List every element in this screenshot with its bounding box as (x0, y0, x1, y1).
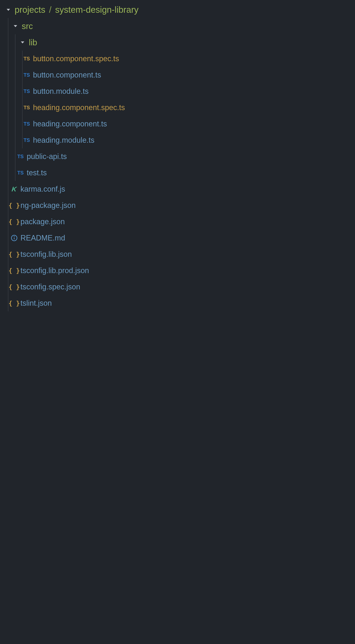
file-row[interactable]: TS public-api.ts (0, 148, 355, 165)
json-file-icon: { } (9, 295, 19, 311)
json-file-icon: { } (9, 214, 19, 230)
folder-label: system-design-library (55, 5, 138, 15)
svg-point-1 (14, 236, 14, 237)
typescript-file-icon: TS (22, 132, 31, 148)
file-row[interactable]: TS heading.module.ts (0, 132, 355, 148)
typescript-file-icon: TS (22, 67, 31, 83)
file-label: package.json (19, 217, 65, 226)
typescript-file-icon: TS (16, 165, 25, 181)
folder-label: src (20, 22, 33, 31)
breadcrumb-prefix: projects (15, 5, 45, 15)
file-row[interactable]: TS button.module.ts (0, 83, 355, 100)
file-label: test.ts (25, 168, 47, 177)
typescript-file-icon: TS (22, 83, 31, 100)
file-row[interactable]: TS test.ts (0, 165, 355, 181)
file-row[interactable]: TS button.component.ts (0, 67, 355, 83)
file-label: heading.component.spec.ts (31, 103, 125, 112)
chevron-down-icon (4, 2, 13, 18)
file-row[interactable]: TS heading.component.ts (0, 116, 355, 132)
readme-info-icon (9, 230, 19, 246)
typescript-file-icon: TS (22, 116, 31, 132)
file-row[interactable]: README.md (0, 230, 355, 246)
chevron-down-icon (11, 18, 20, 34)
file-label: tsconfig.lib.prod.json (19, 266, 89, 275)
file-label: README.md (19, 234, 65, 242)
karma-file-icon: K (9, 181, 19, 197)
json-file-icon: { } (9, 279, 19, 295)
file-label: button.module.ts (31, 87, 88, 96)
file-row[interactable]: { } package.json (0, 214, 355, 230)
folder-row-lib[interactable]: lib (0, 34, 355, 50)
file-label: tsconfig.spec.json (19, 282, 80, 291)
file-row[interactable]: { } tsconfig.lib.json (0, 246, 355, 262)
file-label: button.component.ts (31, 71, 101, 80)
typescript-file-icon: TS (16, 148, 25, 165)
breadcrumb-separator: / (48, 5, 53, 15)
folder-row-root[interactable]: projects / system-design-library (0, 2, 355, 18)
file-row[interactable]: { } tsconfig.lib.prod.json (0, 262, 355, 279)
file-row[interactable]: TS heading.component.spec.ts (0, 100, 355, 116)
file-label: ng-package.json (19, 201, 76, 210)
file-label: karma.conf.js (19, 185, 65, 194)
file-explorer-tree: projects / system-design-library src lib… (0, 0, 355, 311)
typescript-file-icon: TS (22, 50, 31, 67)
typescript-file-icon: TS (22, 100, 31, 116)
file-label: tslint.json (19, 299, 52, 308)
json-file-icon: { } (9, 246, 19, 262)
file-label: tsconfig.lib.json (19, 250, 72, 259)
folder-row-src[interactable]: src (0, 18, 355, 34)
file-row[interactable]: { } tslint.json (0, 295, 355, 311)
file-row[interactable]: K karma.conf.js (0, 181, 355, 197)
file-label: public-api.ts (25, 152, 67, 161)
file-row[interactable]: { } ng-package.json (0, 197, 355, 214)
chevron-down-icon (18, 34, 27, 50)
json-file-icon: { } (9, 262, 19, 279)
folder-label: lib (27, 38, 37, 47)
file-label: heading.component.ts (31, 120, 107, 128)
file-label: heading.module.ts (31, 136, 94, 144)
file-label: button.component.spec.ts (31, 54, 119, 63)
file-row[interactable]: { } tsconfig.spec.json (0, 279, 355, 295)
file-row[interactable]: TS button.component.spec.ts (0, 50, 355, 67)
json-file-icon: { } (9, 197, 19, 214)
